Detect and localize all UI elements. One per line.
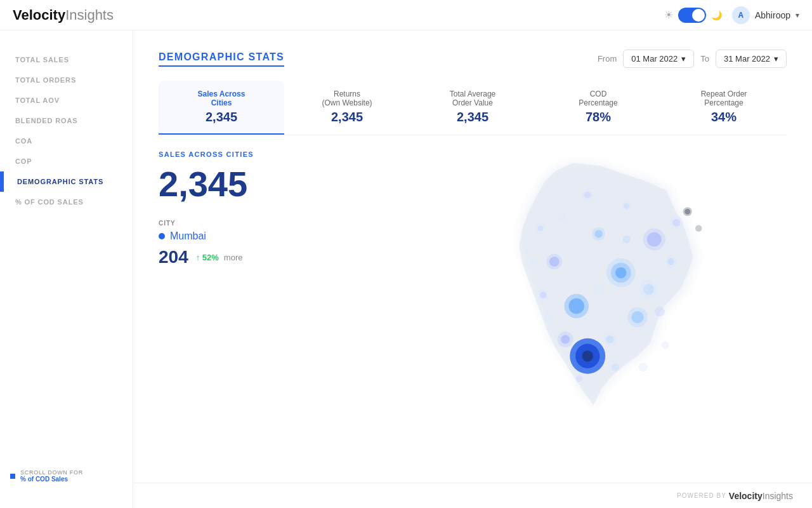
sales-label: SALES ACROSS CITIES (159, 150, 374, 158)
svg-point-3 (569, 298, 585, 314)
svg-point-37 (655, 307, 665, 317)
to-date-value: 31 Mar 2022 (724, 54, 770, 64)
city-section: CITY Mumbai 204 ↑ 52% more (159, 220, 374, 267)
svg-point-36 (622, 236, 630, 243)
svg-point-41 (544, 313, 553, 322)
city-stats-row: 204 ↑ 52% more (159, 247, 374, 267)
scroll-link[interactable]: % of COD Sales (20, 476, 83, 483)
tab-sales-cities[interactable]: Sales AcrossCities 2,345 (159, 81, 284, 135)
app-logo: Velocity Insights (13, 7, 114, 23)
city-label: CITY (159, 220, 374, 227)
sidebar-item-demographic-stats[interactable]: DEMOGRAPHIC STATS (0, 171, 133, 192)
svg-point-43 (532, 258, 539, 265)
section-title: DEMOGRAPHIC STATS (159, 51, 284, 67)
svg-point-6 (615, 267, 627, 279)
svg-point-22 (540, 291, 547, 298)
svg-point-8 (647, 232, 662, 247)
india-map-container (400, 150, 787, 417)
city-growth: ↑ 52% (196, 253, 219, 262)
city-dot-icon (159, 233, 165, 239)
from-label: From (598, 54, 617, 64)
svg-point-18 (561, 335, 570, 344)
tab-cod-percentage[interactable]: CODPercentage 78% (535, 81, 661, 135)
scroll-indicator (10, 474, 15, 479)
svg-point-38 (594, 285, 603, 294)
tab-returns[interactable]: Returns(Own Website) 2,345 (284, 81, 410, 135)
svg-point-24 (667, 258, 674, 265)
logo-velocity: Velocity (13, 7, 65, 23)
svg-point-40 (576, 375, 583, 382)
svg-point-35 (695, 225, 702, 232)
scroll-hint: SCROLL DOWN FOR % of COD Sales (0, 469, 133, 483)
sidebar: TOTAL SALES TOTAL ORDERS TOTAL AOV BLEND… (0, 30, 133, 508)
to-date-chevron: ▾ (774, 54, 778, 64)
sidebar-item-total-orders[interactable]: TOTAL ORDERS (0, 70, 133, 90)
scroll-for-text: SCROLL DOWN FOR (20, 469, 83, 476)
svg-point-44 (559, 213, 566, 221)
tab-repeat-order[interactable]: Repeat OrderPercentage 34% (661, 81, 787, 135)
from-date-value: 01 Mar 2022 (631, 54, 678, 64)
logo-insights: Insights (65, 7, 114, 23)
powered-by-text: POWERED BY (677, 492, 726, 499)
chevron-down-icon: ▾ (796, 11, 799, 20)
svg-point-12 (549, 257, 560, 267)
from-date-chevron: ▾ (681, 54, 686, 64)
svg-point-20 (606, 335, 613, 343)
svg-point-10 (631, 311, 643, 323)
india-map-svg (400, 150, 787, 417)
to-date-picker[interactable]: 31 Mar 2022 ▾ (716, 50, 787, 68)
sales-value: 2,345 (159, 163, 374, 204)
footer-logo-insights: Insights (763, 491, 793, 501)
city-more: more (224, 253, 243, 262)
date-controls: From 01 Mar 2022 ▾ To 31 Mar 2022 ▾ (598, 50, 787, 68)
sun-icon: ☀ (664, 9, 673, 21)
main-content: DEMOGRAPHIC STATS From 01 Mar 2022 ▾ To … (133, 30, 812, 508)
main-layout: TOTAL SALES TOTAL ORDERS TOTAL AOV BLEND… (0, 0, 812, 508)
svg-point-26 (672, 219, 680, 227)
svg-point-34 (684, 209, 690, 215)
sidebar-item-total-aov[interactable]: TOTAL AOV (0, 90, 133, 110)
sidebar-item-cop[interactable]: COP (0, 151, 133, 171)
sidebar-item-blended-roas[interactable]: BLENDED ROAS (0, 110, 133, 131)
to-label: To (700, 54, 709, 64)
app-header: Velocity Insights ☀ 🌙 A Abhiroop ▾ (0, 0, 812, 30)
svg-point-32 (538, 225, 544, 231)
moon-icon: 🌙 (711, 10, 722, 20)
footer: POWERED BY Velocity Insights (133, 483, 812, 508)
toggle-knob (692, 9, 705, 22)
theme-toggle[interactable] (678, 8, 706, 23)
svg-point-42 (662, 341, 669, 349)
svg-point-45 (639, 363, 648, 371)
stats-tabs: Sales AcrossCities 2,345 Returns(Own Web… (159, 81, 787, 135)
city-name: Mumbai (170, 231, 206, 242)
right-panel (400, 150, 787, 417)
svg-point-1 (582, 351, 594, 362)
sidebar-item-cod-sales[interactable]: % OF COD SALES (0, 192, 133, 212)
svg-point-30 (584, 192, 591, 199)
sidebar-item-total-sales[interactable]: TOTAL SALES (0, 50, 133, 70)
svg-point-39 (612, 363, 619, 371)
theme-controls: ☀ 🌙 (664, 8, 722, 23)
left-panel: SALES ACROSS CITIES 2,345 CITY Mumbai 20… (159, 150, 374, 417)
user-menu[interactable]: A Abhiroop ▾ (732, 6, 799, 24)
svg-point-14 (595, 230, 603, 237)
user-avatar: A (732, 6, 750, 24)
from-date-picker[interactable]: 01 Mar 2022 ▾ (623, 50, 694, 68)
city-row: Mumbai (159, 231, 374, 242)
tab-aov[interactable]: Total AverageOrder Value 2,345 (410, 81, 535, 135)
footer-logo-velocity: Velocity (729, 491, 763, 501)
header-right: ☀ 🌙 A Abhiroop ▾ (664, 6, 799, 24)
city-count: 204 (159, 247, 188, 267)
user-name: Abhiroop (755, 10, 790, 20)
top-bar: DEMOGRAPHIC STATS From 01 Mar 2022 ▾ To … (159, 50, 787, 68)
sidebar-item-coa[interactable]: COA (0, 131, 133, 151)
svg-point-16 (643, 284, 655, 295)
svg-point-28 (624, 203, 629, 209)
content-area: SALES ACROSS CITIES 2,345 CITY Mumbai 20… (159, 150, 787, 417)
